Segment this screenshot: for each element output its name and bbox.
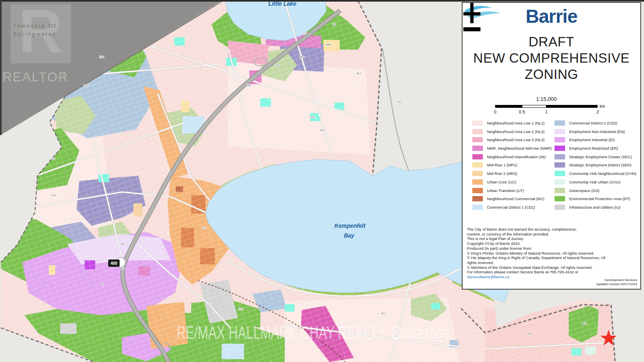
disclaimer-line: © Members of the Ontario Geospatial Data… bbox=[467, 265, 613, 270]
legend-label: Urban Core (UC) bbox=[487, 180, 516, 184]
parcel-code-label: NL1 bbox=[356, 72, 361, 74]
parcel-code-label: NL2 bbox=[397, 100, 402, 103]
legend-column-right: Commercial District 2 (CD2)Employment No… bbox=[554, 120, 636, 213]
legend-swatch bbox=[554, 137, 565, 142]
realtor-watermark: R Township Of Springwater REALTOR ® bbox=[2, 0, 71, 84]
legend-swatch bbox=[472, 120, 483, 126]
legend-swatch bbox=[472, 137, 483, 142]
disclaimer-line: Produced (in part) under license from: bbox=[467, 246, 613, 251]
scale-ratio: 1:15,000 bbox=[495, 96, 598, 102]
legend-label: Employment Restricted (ER) bbox=[569, 146, 618, 150]
realtor-watermark-text: REALTOR bbox=[2, 70, 68, 84]
parcel-code-label: EI bbox=[101, 283, 104, 286]
legend-row-mr2: Mid-Rise 2 (MR2) bbox=[472, 171, 554, 176]
township-watermark-line2: Springwater bbox=[13, 31, 56, 37]
parcel-code-label: NL2 bbox=[527, 332, 532, 335]
parcel-code-label: EP bbox=[52, 157, 55, 160]
legend-row-nc: Neighbourhood Commercial (NC) bbox=[472, 196, 554, 201]
title-line: ZONING bbox=[463, 66, 640, 83]
legend-label: Neighbourhood Area Low 2 (NL2) bbox=[487, 129, 545, 134]
title-line: DRAFT bbox=[463, 34, 640, 50]
parcel-code-label: EP bbox=[583, 322, 586, 325]
legend-label: Mid-Rise 2 (MR2) bbox=[487, 171, 517, 176]
parcel-code-label: UC bbox=[203, 227, 206, 229]
disclaimer-text: The City of Barrie does not warrant the … bbox=[467, 227, 613, 279]
legend-row-cd2: Commercial District 2 (CD2) bbox=[554, 120, 636, 126]
legend-row-en: Employment Non-Industrial (EN) bbox=[554, 129, 636, 134]
legend-row-gs: Greenspace (GS) bbox=[554, 188, 636, 193]
legend-row-chu: Community Hub Urban (CHU) bbox=[554, 179, 636, 185]
panel-footer: Development Services Updated version 02/… bbox=[596, 278, 637, 286]
disclaimer-line: content, or currency of the information … bbox=[467, 232, 613, 237]
disclaimer-line: © King's Printer, Ontario Ministry of Na… bbox=[467, 251, 613, 256]
parcel-code-label: NL3 bbox=[238, 308, 243, 310]
legend-swatch bbox=[472, 188, 483, 193]
disclaimer-line: This is not a legal Plan of Survey bbox=[467, 236, 613, 241]
zoning-map-screenshot: 400 NL1NL2NL1CD2GSEPNL1CHNNL2EPEIENSEDUC… bbox=[0, 0, 644, 362]
scale-segment bbox=[546, 105, 597, 107]
legend-label: Infrastructure and Utilities (IU) bbox=[569, 205, 620, 209]
legend-row-er: Employment Restricted (ER) bbox=[554, 146, 636, 151]
legend-row-ut: Urban Transition (UT) bbox=[472, 188, 554, 193]
footer-line-2: Updated version 02/07/2023 bbox=[596, 282, 637, 286]
legend-row-nmr: NMR, Neighbourhood Mid-rise (NMR) bbox=[472, 146, 554, 151]
parcel-code-label: EP bbox=[333, 23, 336, 26]
realtor-registered-mark: ® bbox=[62, 71, 66, 77]
legend-label: Neighbourhood Commercial (NC) bbox=[487, 196, 544, 201]
legend-row-cd1: Commercial District 1 (CD1) bbox=[472, 205, 554, 210]
scale-tick: 1 bbox=[545, 109, 548, 114]
legend-row-uc: Urban Core (UC) bbox=[472, 179, 554, 185]
disclaimer-line: © His Majesty the King in Right of Canad… bbox=[467, 255, 613, 265]
township-watermark-line1: Township Of bbox=[13, 23, 57, 29]
scale-tick: 0.5 bbox=[519, 109, 525, 114]
legend-label: Commercial District 1 (CD1) bbox=[487, 205, 535, 209]
page-title: DRAFTNEW COMPREHENSIVEZONING bbox=[463, 34, 640, 83]
legend-panel: Barrie DRAFTNEW COMPREHENSIVEZONING 1:15… bbox=[462, 2, 641, 290]
legend-label: Employment Non-Industrial (EN) bbox=[569, 129, 625, 134]
legend-swatch bbox=[554, 146, 565, 151]
legend-row-ep: Environmental Protection Area (EP) bbox=[554, 196, 636, 201]
legend-swatch bbox=[472, 179, 483, 185]
parcel-code-label: NL1 bbox=[99, 56, 104, 58]
parcel-code-label: NL1 bbox=[320, 129, 325, 131]
legend-swatch bbox=[554, 188, 565, 193]
scale-bar bbox=[495, 105, 598, 108]
scale-tick: 0 bbox=[494, 109, 496, 114]
legend-row-nl2: Neighbourhood Area Low 2 (NL2) bbox=[472, 129, 554, 134]
screenshot-left-border bbox=[0, 0, 2, 135]
legend-label: Urban Transition (UT) bbox=[487, 188, 524, 193]
legend-label: Community Hub Urban (CHU) bbox=[569, 180, 620, 184]
barrie-logo-text: Barrie bbox=[526, 6, 577, 27]
legend-label: Neighbourhood Area Low 1 (NL1) bbox=[487, 121, 545, 125]
kempenfelt-bay-label-line2: Bay bbox=[344, 232, 355, 239]
footer-line-1: Development Services bbox=[596, 278, 637, 282]
legend-row-chn: Community Hub Neighbourhood (CHN) bbox=[554, 171, 636, 176]
parcel-code-label: NL2 bbox=[247, 84, 251, 87]
contact-line: For information please contact Service B… bbox=[467, 270, 613, 279]
legend-row-sed: Strategic Employment District (SED) bbox=[554, 162, 636, 168]
service-barrie-email-link[interactable]: ServiceBarrie@barrie.ca bbox=[467, 275, 509, 279]
legend-row-iu: Infrastructure and Utilities (IU) bbox=[554, 205, 636, 210]
legend-swatch bbox=[554, 154, 565, 159]
north-arrow-icon bbox=[463, 3, 481, 35]
scale-ticks: 00.512 bbox=[495, 109, 598, 115]
legend-column-left: Neighbourhood Area Low 1 (NL1)Neighbourh… bbox=[472, 120, 554, 213]
legend-label: Strategic Employment Cluster (SEC) bbox=[569, 155, 632, 159]
parcel-code-label: GS bbox=[182, 133, 186, 135]
brokerage-watermark: RE/MAX HALLMARK CHAY REALTY, Brokerage bbox=[177, 323, 450, 342]
disclaimer-line: The City of Barrie does not warrant the … bbox=[467, 227, 613, 232]
legend-label: Environmental Protection Area (EP) bbox=[569, 196, 630, 201]
contact-prefix: For information please contact Service B… bbox=[467, 270, 579, 274]
scale-segment bbox=[522, 105, 546, 107]
legend-swatch bbox=[472, 171, 483, 176]
title-line: NEW COMPREHENSIVE bbox=[463, 50, 640, 66]
legend-label: Employment Industrial (EI) bbox=[569, 137, 615, 142]
legend-swatch bbox=[554, 205, 565, 210]
legend-row-sec: Strategic Employment Cluster (SEC) bbox=[554, 154, 636, 159]
legend-swatch bbox=[472, 154, 483, 159]
parcel-code-label: SED bbox=[299, 56, 305, 58]
legend-row-ei: Employment Industrial (EI) bbox=[554, 137, 636, 142]
scale-tick: 2 bbox=[596, 109, 599, 114]
legend-swatch bbox=[554, 162, 565, 168]
scale-segment bbox=[496, 105, 522, 107]
